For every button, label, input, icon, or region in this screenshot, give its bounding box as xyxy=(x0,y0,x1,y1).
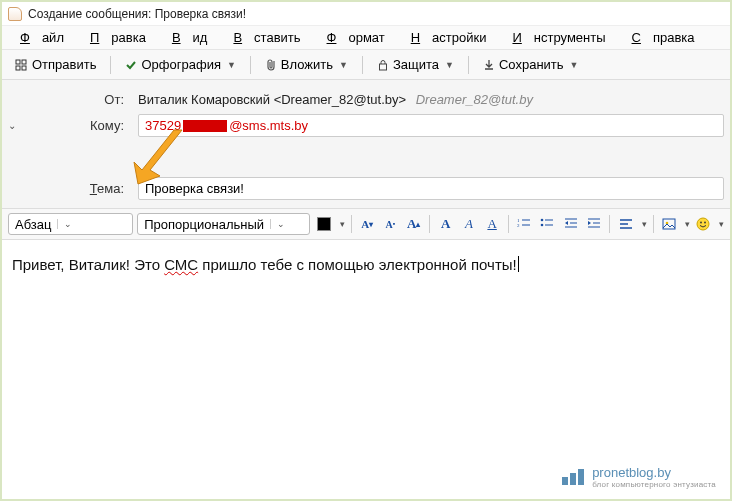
underline-button[interactable]: A xyxy=(483,214,502,234)
svg-rect-3 xyxy=(22,66,26,70)
outdent-button[interactable] xyxy=(561,214,580,234)
svg-text:2: 2 xyxy=(517,223,520,228)
menu-settings[interactable]: Настройки xyxy=(399,28,499,47)
svg-rect-1 xyxy=(22,60,26,64)
menu-help[interactable]: Справка xyxy=(620,28,707,47)
emoji-button[interactable] xyxy=(694,214,713,234)
svg-rect-0 xyxy=(16,60,20,64)
font-combo[interactable]: Пропорциональный⌄ xyxy=(137,213,310,235)
to-label[interactable]: Кому: xyxy=(22,118,132,133)
message-body[interactable]: Привет, Виталик! Это СМС пришло тебе с п… xyxy=(2,240,730,289)
insert-image-dropdown[interactable]: ▾ xyxy=(683,219,690,229)
menu-format[interactable]: Формат xyxy=(315,28,397,47)
from-value[interactable]: Виталик Комаровский <Dreamer_82@tut.by> … xyxy=(132,90,730,109)
message-headers: От: Виталик Комаровский <Dreamer_82@tut.… xyxy=(2,80,730,209)
svg-rect-4 xyxy=(379,64,386,70)
security-button[interactable]: Защита ▼ xyxy=(371,54,460,75)
menu-insert[interactable]: Вставить xyxy=(221,28,312,47)
text-color-button[interactable] xyxy=(314,214,333,234)
from-label: От: xyxy=(22,92,132,107)
expand-recipients-icon[interactable]: ⌄ xyxy=(2,120,22,131)
paragraph-style-combo[interactable]: Абзац⌄ xyxy=(8,213,133,235)
svg-rect-22 xyxy=(663,219,675,229)
menu-tools[interactable]: Инструменты xyxy=(500,28,617,47)
font-size-up-button[interactable]: A▴ xyxy=(404,214,423,234)
menu-file[interactable]: Файл xyxy=(8,28,76,47)
indent-button[interactable] xyxy=(584,214,603,234)
italic-button[interactable]: A xyxy=(459,214,478,234)
menu-view[interactable]: Вид xyxy=(160,28,220,47)
save-button[interactable]: Сохранить ▼ xyxy=(477,54,585,75)
svg-point-26 xyxy=(704,222,706,224)
font-size-small-button[interactable]: A▪ xyxy=(381,214,400,234)
svg-point-10 xyxy=(541,224,544,227)
menu-edit[interactable]: Правка xyxy=(78,28,158,47)
font-size-down-button[interactable]: A▾ xyxy=(358,214,377,234)
svg-point-24 xyxy=(697,218,709,230)
align-button[interactable] xyxy=(616,214,635,234)
window-title: Создание сообщения: Проверка связи! xyxy=(28,7,246,21)
bold-button[interactable]: A xyxy=(436,214,455,234)
spellcheck-button[interactable]: Орфография ▼ xyxy=(119,54,241,75)
svg-point-25 xyxy=(700,222,702,224)
send-icon xyxy=(14,58,28,72)
send-button[interactable]: Отправить xyxy=(8,54,102,75)
numbered-list-button[interactable]: 12 xyxy=(515,214,534,234)
emoji-dropdown[interactable]: ▾ xyxy=(717,219,724,229)
attach-button[interactable]: Вложить ▼ xyxy=(259,54,354,75)
toolbar: Отправить Орфография ▼ Вложить ▼ Защита … xyxy=(2,50,730,80)
svg-point-9 xyxy=(541,219,544,222)
redacted-block xyxy=(183,120,227,132)
svg-rect-2 xyxy=(16,66,20,70)
align-dropdown[interactable]: ▾ xyxy=(640,219,647,229)
insert-image-button[interactable] xyxy=(660,214,679,234)
text-color-dropdown[interactable]: ▾ xyxy=(338,219,345,229)
app-icon xyxy=(8,7,22,21)
paperclip-icon xyxy=(265,58,277,72)
format-toolbar: Абзац⌄ Пропорциональный⌄ ▾ A▾ A▪ A▴ A A … xyxy=(2,209,730,240)
watermark: pronetblog.by блог компьютерного энтузиа… xyxy=(562,465,716,489)
menubar: Файл Правка Вид Вставить Формат Настройк… xyxy=(2,26,730,50)
lock-icon xyxy=(377,59,389,71)
subject-field[interactable]: Проверка связи! xyxy=(138,177,724,200)
to-field[interactable]: 37529@sms.mts.by xyxy=(138,114,724,137)
check-icon xyxy=(125,59,137,71)
subject-label: Тема: xyxy=(22,181,132,196)
bullet-list-button[interactable] xyxy=(538,214,557,234)
download-icon xyxy=(483,59,495,71)
